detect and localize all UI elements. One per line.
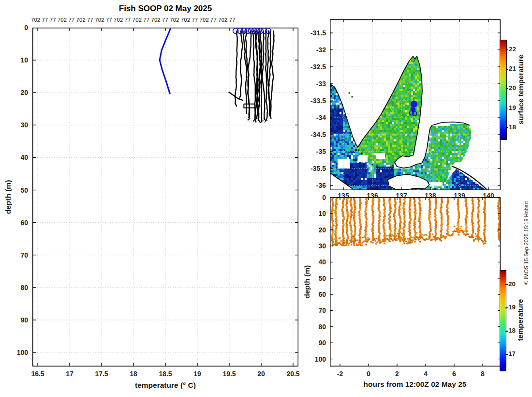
temperature-colorbar-tick-mark [505, 354, 508, 355]
main-y-tick-label: 10 [6, 56, 28, 64]
timeseries-x-tick-label: 0 [367, 370, 370, 378]
timeseries-y-tick-label: 100 [302, 355, 326, 364]
temperature-colorbar-tick-mark [505, 307, 508, 308]
surface-colorbar-tick-label: 18 [509, 123, 516, 131]
main-y-tick-label: 0 [6, 24, 28, 32]
main-x-tick-label: 18.5 [159, 370, 172, 378]
timeseries-y-tick-label: 10 [302, 210, 326, 218]
surface-colorbar-tick-mark [506, 108, 508, 109]
timeseries-y-tick-label: 50 [302, 275, 326, 283]
profile-id-labels: 702 77 77 702 77 702 77 702 77 702 77 70… [31, 17, 236, 23]
main-y-tick-label: 80 [6, 284, 28, 292]
figure-canvas: Fish SOOP 02 May 2025 702 77 77 702 77 7… [0, 0, 532, 397]
temperature-colorbar-tick-mark [505, 331, 508, 332]
main-x-tick-label: 19 [193, 370, 201, 378]
timeseries-x-tick-label: 6 [452, 370, 456, 378]
timeseries-x-tick-label: 8 [481, 370, 485, 378]
temperature-colorbar-label: temperature [516, 299, 524, 341]
surface-colorbar-label: surface temperature [517, 55, 525, 124]
imos-copyright: © IMOS 15-Sep-2025 15:19 Hobart [523, 201, 529, 285]
main-y-tick-label: 90 [6, 316, 28, 324]
timeseries-y-tick-label: 90 [302, 339, 326, 347]
main-y-tick-label: 40 [6, 153, 28, 162]
timeseries-x-tick-label: 2 [395, 370, 399, 378]
main-y-tick-label: 100 [6, 349, 28, 357]
temperature-colorbar-tick-mark [505, 284, 508, 285]
map-lat-tick-label: -35 [297, 148, 326, 156]
map-lat-tick-label: -32 [297, 46, 326, 54]
main-x-tick-label: 17 [66, 370, 74, 378]
main-x-tick-label: 16.5 [31, 370, 44, 378]
temperature-colorbar-tick-label: 17 [508, 350, 516, 358]
surface-colorbar-tick-label: 22 [509, 46, 516, 53]
temperature-colorbar [500, 270, 506, 371]
main-x-tick-label: 20.5 [286, 370, 299, 378]
map-lat-tick-label: -35.5 [297, 165, 326, 173]
temperature-colorbar-tick-label: 20 [508, 280, 516, 288]
surface-colorbar-tick-label: 20 [509, 84, 516, 92]
timeseries-y-tick-label: 60 [302, 290, 326, 299]
main-y-tick-label: 30 [6, 121, 28, 129]
timeseries-y-tick-label: 70 [302, 306, 326, 315]
main-xaxis-label: temperature (° C) [135, 381, 196, 390]
surface-colorbar-tick-mark [506, 127, 508, 128]
main-y-tick-label: 60 [6, 219, 28, 227]
main-yaxis-label: depth (m) [4, 180, 13, 214]
surface-colorbar-tick-label: 21 [509, 65, 516, 73]
timeseries-y-tick-label: 0 [302, 194, 326, 202]
surface-temperature-colorbar [500, 40, 507, 140]
timeseries-y-tick-label: 30 [302, 242, 326, 250]
map-lat-tick-label: -34 [297, 114, 326, 122]
timeseries-y-tick-label: 80 [302, 323, 326, 331]
timeseries-y-tick-label: 20 [302, 226, 326, 234]
main-y-tick-label: 20 [6, 89, 28, 97]
surface-colorbar-tick-mark [506, 88, 508, 89]
depth-timeseries-panel [330, 197, 501, 366]
timeseries-y-tick-label: 40 [302, 258, 326, 266]
main-profile-plot: 77 [32, 28, 298, 366]
map-lat-tick-label: -33.5 [297, 97, 326, 105]
map-lat-tick-label: -34.5 [297, 131, 326, 139]
main-x-tick-label: 19.5 [222, 370, 236, 378]
figure-title: Fish SOOP 02 May 2025 [119, 4, 212, 14]
map-lat-tick-label: -36 [297, 182, 326, 190]
timeseries-x-tick-label: 4 [424, 370, 428, 378]
timeseries-xaxis-label: hours from 12:00Z 02 May 25 [364, 380, 467, 389]
main-y-tick-label: 70 [6, 251, 28, 260]
timeseries-x-tick-label: -2 [337, 370, 343, 378]
surface-colorbar-tick-mark [506, 49, 508, 50]
sst-map-panel [330, 19, 501, 190]
surface-colorbar-tick-mark [506, 69, 508, 70]
surface-colorbar-tick-label: 19 [509, 104, 516, 112]
main-x-tick-label: 20 [257, 370, 265, 378]
main-y-tick-label: 50 [6, 186, 28, 195]
map-lat-tick-label: -32.5 [297, 63, 326, 71]
map-lat-tick-label: -33 [297, 80, 326, 88]
main-x-tick-label: 17.5 [95, 370, 108, 378]
temperature-colorbar-tick-label: 19 [508, 304, 516, 311]
map-lat-tick-label: -31.5 [297, 29, 326, 37]
main-x-tick-label: 18 [130, 370, 137, 378]
temperature-colorbar-tick-label: 18 [508, 327, 516, 335]
